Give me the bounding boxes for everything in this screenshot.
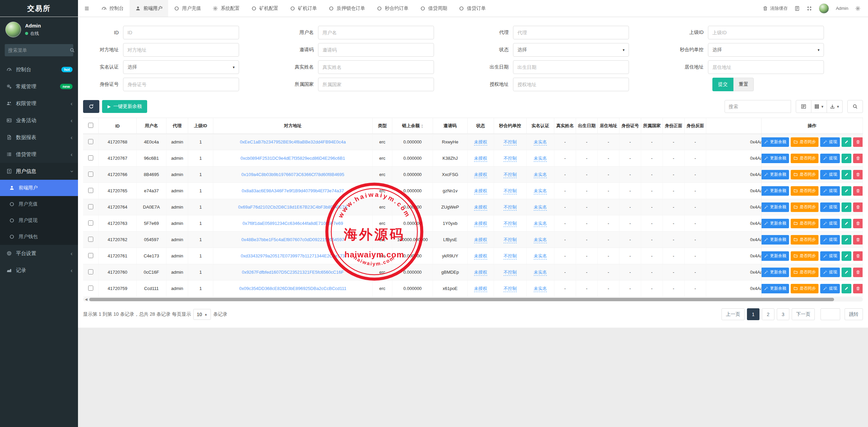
delete-button[interactable] <box>853 186 863 196</box>
page-button-1[interactable]: 1 <box>747 308 760 320</box>
detail-view-button[interactable] <box>796 100 811 113</box>
kyc-link[interactable]: 未实名 <box>534 205 547 211</box>
sync-button[interactable]: 是否同步 <box>791 235 818 245</box>
kyc-link[interactable]: 未实名 <box>534 253 547 259</box>
col-actions[interactable]: 操作 <box>761 118 863 134</box>
col-contract-control[interactable]: 秒合约单控 <box>494 118 527 134</box>
col-country[interactable]: 所属国家 <box>641 118 663 134</box>
kyc-link[interactable]: 未实名 <box>534 270 547 276</box>
kyc-link[interactable]: 未实名 <box>534 221 547 227</box>
top-menu-item-loan-orders[interactable]: 借贷订单 <box>453 0 492 17</box>
contract-control-link[interactable]: 不控制 <box>504 205 517 211</box>
kyc-link[interactable]: 未实名 <box>534 172 547 178</box>
update-all-balance-button[interactable]: ▶一键更新余额 <box>102 100 147 113</box>
kyc-link[interactable]: 未实名 <box>534 237 547 243</box>
sidebar-toggle-button[interactable] <box>78 0 96 17</box>
edit-button[interactable] <box>842 268 851 277</box>
col-kyc[interactable]: 实名认证 <box>527 118 554 134</box>
address-link[interactable]: 0x8a83ac6E98A346F7e9f1B9d40799b4Ef73e74a… <box>242 188 344 193</box>
row-checkbox[interactable] <box>88 155 93 160</box>
delete-button[interactable] <box>853 251 863 261</box>
edit-button[interactable] <box>842 170 851 179</box>
col-type[interactable]: 类型 <box>373 118 392 134</box>
update-balance-button[interactable]: 更新余额 <box>761 268 789 277</box>
sidebar-item-loan-management[interactable]: 借贷管理‹ <box>0 146 78 163</box>
update-balance-button[interactable]: 更新余额 <box>761 235 789 245</box>
address-link[interactable]: 0x09c354DD368cE826D3bE896925DBa2cCcBCcd1… <box>239 286 346 291</box>
refresh-button[interactable] <box>83 100 99 113</box>
top-menu-item-miner-config[interactable]: 矿机配置 <box>245 0 284 17</box>
reset-button[interactable]: 重置 <box>733 78 754 91</box>
withdraw-button[interactable]: 提现 <box>820 284 840 293</box>
sync-button[interactable]: 是否同步 <box>791 219 818 228</box>
row-checkbox[interactable] <box>88 188 93 193</box>
contract-control-link[interactable]: 不控制 <box>504 221 517 227</box>
delete-button[interactable] <box>853 219 863 228</box>
row-checkbox[interactable] <box>88 286 93 291</box>
next-page-button[interactable]: 下一页 <box>792 308 815 320</box>
row-checkbox[interactable] <box>88 237 93 242</box>
status-link[interactable]: 未授权 <box>474 237 487 243</box>
address-link[interactable]: 0x9267Fdfbfed1607D5C23521321FE5fc6560cC1… <box>242 270 344 275</box>
withdraw-button[interactable]: 提现 <box>820 154 840 163</box>
sidebar-subitem-user-recharge[interactable]: 用户充值 <box>0 196 78 212</box>
page-size-select[interactable]: 10▲ <box>193 309 211 320</box>
sidebar-item-platform-settings[interactable]: 平台设置‹ <box>0 245 78 262</box>
address-link[interactable]: 0x48Be37bbe1F5c4aEf807607c0dD09221500545… <box>241 237 344 242</box>
col-username[interactable]: 用户名 <box>137 118 166 134</box>
filter-input-real-name[interactable] <box>318 60 434 74</box>
filter-input-agent[interactable] <box>513 26 629 39</box>
sidebar-subitem-front-users[interactable]: 前端用户 <box>0 180 78 196</box>
withdraw-button[interactable]: 提现 <box>820 251 840 261</box>
address-link[interactable]: 0xd33432979a20517E0739977b11271344E2C4e1… <box>241 253 345 258</box>
update-balance-button[interactable]: 更新余额 <box>761 137 789 147</box>
update-balance-button[interactable]: 更新余额 <box>761 284 789 293</box>
status-link[interactable]: 未授权 <box>474 188 487 194</box>
top-menu-item-system-config[interactable]: 系统配置 <box>207 0 245 17</box>
edit-button[interactable] <box>842 154 851 163</box>
filter-input-auth-address[interactable] <box>513 78 629 91</box>
top-menu-item-user-recharge[interactable]: 用户充值 <box>168 0 207 17</box>
edit-button[interactable] <box>842 202 851 212</box>
kyc-link[interactable]: 未实名 <box>534 188 547 194</box>
contract-control-link[interactable]: 不控制 <box>504 253 517 259</box>
sidebar-item-business-activity[interactable]: 业务活动‹ <box>0 112 78 129</box>
address-link[interactable]: 0xcb0894F2531DC9e4dE7f35829ecd86D4E296c6… <box>240 156 345 161</box>
status-link[interactable]: 未授权 <box>474 286 487 292</box>
col-id[interactable]: ID <box>99 118 137 134</box>
filter-input-parent-id[interactable] <box>708 26 824 39</box>
top-menu-item-pledge-lock-orders[interactable]: 质押锁仓订单 <box>323 0 371 17</box>
filter-input-birth-date[interactable] <box>513 60 629 74</box>
top-menu-item-front-users[interactable]: 前端用户 <box>130 0 168 17</box>
sort-carets-icon[interactable]: ▴▾ <box>421 124 423 129</box>
status-link[interactable]: 未授权 <box>474 139 487 145</box>
submit-button[interactable]: 提交 <box>712 78 733 91</box>
status-link[interactable]: 未授权 <box>474 205 487 211</box>
delete-button[interactable] <box>853 154 863 163</box>
delete-button[interactable] <box>853 202 863 212</box>
col-chain-balance[interactable]: 链上余额▴▾ <box>392 118 433 134</box>
update-balance-button[interactable]: 更新余额 <box>761 219 789 228</box>
update-balance-button[interactable]: 更新余额 <box>761 186 789 196</box>
jump-button[interactable]: 跳转 <box>845 308 863 320</box>
status-link[interactable]: 未授权 <box>474 172 487 178</box>
filter-input-invite-code[interactable] <box>318 43 434 57</box>
username-label[interactable]: Admin <box>836 6 848 11</box>
withdraw-button[interactable]: 提现 <box>820 137 840 147</box>
sync-button[interactable]: 是否同步 <box>791 202 818 212</box>
clear-cache-button[interactable]: 清除缓存 <box>763 5 788 12</box>
table-search-button[interactable] <box>847 100 863 113</box>
sync-button[interactable]: 是否同步 <box>791 170 818 179</box>
top-menu-item-second-contract-orders[interactable]: 秒合约订单 <box>371 0 414 17</box>
row-checkbox[interactable] <box>88 220 93 226</box>
address-link[interactable]: 0x69aF76d2102Cb2D8C18d1E67B23C4bF3b8DA0E… <box>238 205 347 210</box>
address-link[interactable]: 0x109a4C8b03b9b19766073C6366Cf78d60f8B46… <box>241 172 344 177</box>
search-icon[interactable] <box>70 47 75 53</box>
withdraw-button[interactable]: 提现 <box>820 219 840 228</box>
contract-control-link[interactable]: 不控制 <box>504 188 517 194</box>
scrollbar-thumb[interactable] <box>89 298 834 301</box>
status-link[interactable]: 未授权 <box>474 270 487 276</box>
withdraw-button[interactable]: 提现 <box>820 170 840 179</box>
edit-button[interactable] <box>842 137 851 147</box>
sync-button[interactable]: 是否同步 <box>791 186 818 196</box>
